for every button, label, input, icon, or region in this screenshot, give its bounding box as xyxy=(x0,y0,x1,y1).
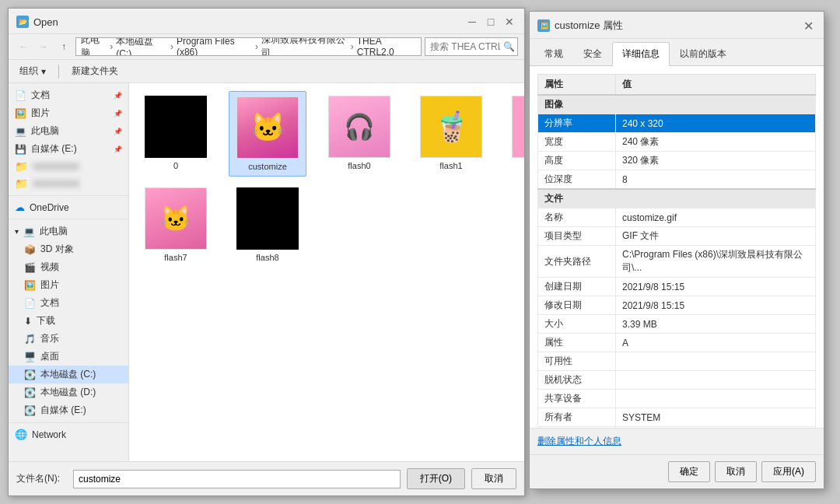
row-shared[interactable]: 共享设备 xyxy=(538,390,816,408)
tab-security[interactable]: 安全 xyxy=(573,42,612,65)
row-filetype[interactable]: 项目类型 GIF 文件 xyxy=(538,227,816,246)
section-image: 图像 xyxy=(538,95,816,114)
row-size[interactable]: 大小 3.39 MB xyxy=(538,315,816,334)
row-owner[interactable]: 所有者 SYSTEM xyxy=(538,408,816,427)
music-icon: 🎵 xyxy=(24,334,36,345)
up-button[interactable]: ↑ xyxy=(55,38,72,55)
sidebar-item-docs[interactable]: 📄 文档 xyxy=(9,294,128,312)
sidebar-item-blur2[interactable]: 📁 xyxy=(9,175,128,192)
sidebar-item-documents[interactable]: 📄 文档 📌 xyxy=(9,86,128,104)
row-availability[interactable]: 可用性 xyxy=(538,352,816,371)
sidebar-item-music[interactable]: 🎵 音乐 xyxy=(9,330,128,348)
network-label: Network xyxy=(32,429,66,440)
nav-toolbar: ← → ↑ 此电脑 › 本地磁盘 (C:) › Program Files (x… xyxy=(9,34,524,60)
sidebar-section-thispc[interactable]: ▾ 💻 此电脑 xyxy=(9,222,128,240)
folder-icon-blur2: 📁 xyxy=(15,177,28,190)
cancel-button[interactable]: 取消 xyxy=(471,468,516,489)
props-ok-button[interactable]: 确定 xyxy=(668,461,710,482)
new-folder-button[interactable]: 新建文件夹 xyxy=(67,63,123,79)
sidebar-item-ddrive[interactable]: 💽 本地磁盘 (D:) xyxy=(9,383,128,401)
organize-label: 组织 xyxy=(19,65,38,78)
tab-previous-versions[interactable]: 以前的版本 xyxy=(670,42,737,65)
open-dialog-title: Open xyxy=(33,16,460,28)
row-created[interactable]: 创建日期 2021/9/8 15:15 xyxy=(538,278,816,296)
file-item-flash8[interactable]: flash8 xyxy=(229,183,306,267)
sidebar-item-desktop[interactable]: 🖥️ 桌面 xyxy=(9,348,128,366)
open-button[interactable]: 打开(O) xyxy=(407,468,465,489)
organize-button[interactable]: 组织 ▾ xyxy=(15,63,51,79)
file-item-flash2[interactable]: 🍦 flash2 xyxy=(504,91,524,177)
props-close-button[interactable]: ✕ xyxy=(800,18,816,33)
docs-icon: 📄 xyxy=(24,298,36,309)
sidebar-item-video[interactable]: 🎬 视频 xyxy=(9,258,128,276)
file-item-flash1[interactable]: 🧋 flash1 xyxy=(412,91,490,177)
row-resolution[interactable]: 分辨率 240 x 320 xyxy=(538,114,816,133)
breadcrumb-drive: 本地磁盘 (C:) xyxy=(116,37,167,56)
downloads-label: 下载 xyxy=(37,314,55,327)
forward-button[interactable]: → xyxy=(35,38,52,55)
toolbar-separator xyxy=(58,65,59,79)
edrive-icon: 💽 xyxy=(24,405,36,416)
sidebar-item-3d[interactable]: 📦 3D 对象 xyxy=(9,240,128,258)
file-thumbnail-flash0: 🎧 xyxy=(328,96,390,158)
maximize-button[interactable]: □ xyxy=(484,15,498,29)
blur-label-2 xyxy=(33,180,79,187)
thispc-label: 此电脑 xyxy=(31,124,59,138)
row-height[interactable]: 高度 320 像素 xyxy=(538,152,816,170)
row-filename[interactable]: 名称 customize.gif xyxy=(538,208,816,227)
col-value: 值 xyxy=(616,75,816,96)
breadcrumb-programfiles: Program Files (x86) xyxy=(177,37,252,56)
file-item-flash7[interactable]: 🐱 flash7 xyxy=(137,183,215,267)
media-icon: 💾 xyxy=(15,144,26,155)
file-thumbnail-flash2: 🍦 xyxy=(512,96,524,158)
filename-input[interactable] xyxy=(73,470,401,488)
cdrive-icon: 💽 xyxy=(24,369,36,380)
pictures-label: 图片 xyxy=(31,107,50,120)
sidebar-item-pics[interactable]: 🖼️ 图片 xyxy=(9,276,128,294)
sidebar-item-cdrive[interactable]: 💽 本地磁盘 (C:) xyxy=(9,366,128,383)
props-title-icon: 🖼️ xyxy=(537,19,550,32)
row-folderpath[interactable]: 文件夹路径 C:\Program Files (x86)\深圳致晨科技有限公司\… xyxy=(538,246,816,278)
network-icon: 🌐 xyxy=(15,429,27,440)
close-button[interactable]: ✕ xyxy=(502,15,516,29)
tab-details[interactable]: 详细信息 xyxy=(612,42,670,66)
content-area: 📄 文档 📌 🖼️ 图片 📌 💻 此电脑 📌 💾 自媒体 (E:) 📌 xyxy=(9,83,524,461)
sidebar-item-onedrive[interactable]: ☁ OneDrive xyxy=(9,199,128,215)
pin-icon2: 📌 xyxy=(114,110,122,117)
props-cancel-button[interactable]: 取消 xyxy=(715,461,757,482)
row-modified[interactable]: 修改日期 2021/9/8 15:15 xyxy=(538,296,816,315)
search-input[interactable] xyxy=(430,41,500,52)
file-item-flash0[interactable]: 🎧 flash0 xyxy=(320,91,398,177)
file-name-0: 0 xyxy=(173,161,178,170)
sidebar-item-network[interactable]: 🌐 Network xyxy=(9,426,128,443)
thispc-section-label: 此电脑 xyxy=(40,225,68,238)
sidebar-item-pictures[interactable]: 🖼️ 图片 📌 xyxy=(9,104,128,122)
row-bitdepth[interactable]: 位深度 8 xyxy=(538,170,816,190)
row-width[interactable]: 宽度 240 像素 xyxy=(538,133,816,152)
pin-icon3: 📌 xyxy=(114,128,122,135)
props-titlebar: 🖼️ customize 属性 ✕ xyxy=(530,12,824,39)
row-offline[interactable]: 脱机状态 xyxy=(538,371,816,390)
minimize-button[interactable]: ─ xyxy=(465,15,479,29)
breadcrumb[interactable]: 此电脑 › 本地磁盘 (C:) › Program Files (x86) › … xyxy=(75,37,422,56)
documents-label: 文档 xyxy=(31,89,50,102)
file-item-customize[interactable]: 🐱 customize xyxy=(229,91,306,177)
sidebar-divider-1 xyxy=(9,195,128,196)
sidebar-item-thispc[interactable]: 💻 此电脑 📌 xyxy=(9,122,128,140)
back-button[interactable]: ← xyxy=(15,38,32,55)
sidebar-item-downloads[interactable]: ⬇ 下载 xyxy=(9,312,128,330)
remove-properties-link[interactable]: 删除属性和个人信息 xyxy=(530,428,824,454)
props-apply-button[interactable]: 应用(A) xyxy=(761,461,816,482)
sidebar-item-media[interactable]: 💾 自媒体 (E:) 📌 xyxy=(9,140,128,158)
blur-label-1 xyxy=(33,163,79,170)
row-attr[interactable]: 属性 A xyxy=(538,334,816,352)
tab-general[interactable]: 常规 xyxy=(534,42,573,65)
desktop-icon: 🖥️ xyxy=(24,352,36,362)
pics-icon: 🖼️ xyxy=(24,280,36,291)
docs-label: 文档 xyxy=(40,296,59,310)
file-item-0[interactable]: 0 xyxy=(137,91,215,177)
search-box[interactable]: 🔍 xyxy=(425,37,518,56)
sidebar-item-blur1[interactable]: 📁 xyxy=(9,158,128,175)
sidebar-item-edrive[interactable]: 💽 自媒体 (E:) xyxy=(9,401,128,419)
props-dialog: 🖼️ customize 属性 ✕ 常规 安全 详细信息 以前的版本 属性 值 … xyxy=(529,11,824,489)
